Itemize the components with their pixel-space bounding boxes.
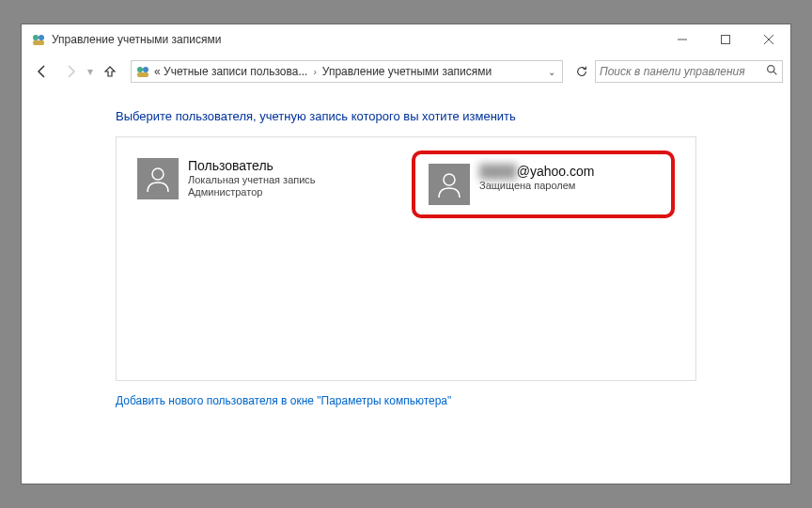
address-dropdown[interactable]: ⌄ [543, 67, 560, 77]
svg-point-10 [768, 66, 774, 72]
svg-rect-9 [137, 72, 148, 77]
up-button[interactable] [97, 58, 123, 85]
breadcrumb-part[interactable]: « Учетные записи пользова... [154, 65, 307, 78]
user-card[interactable]: Пользователь Локальная учетная запись Ад… [130, 151, 393, 207]
svg-point-1 [39, 35, 44, 40]
maximize-button[interactable] [704, 24, 747, 55]
user-card-highlighted[interactable]: ████@yahoo.com Защищена паролем [412, 151, 675, 218]
window-title: Управление учетными записями [52, 33, 661, 46]
back-button[interactable] [29, 58, 55, 85]
forward-button [57, 58, 84, 85]
close-button[interactable] [747, 24, 790, 55]
titlebar: Управление учетными записями [22, 24, 790, 55]
user-role: Администратор [188, 186, 316, 198]
breadcrumb-part[interactable]: Управление учетными записями [322, 65, 492, 78]
user-name: ████@yahoo.com [479, 164, 594, 179]
svg-rect-4 [722, 36, 730, 44]
search-box[interactable] [595, 60, 783, 83]
user-name-domain: @yahoo.com [517, 164, 595, 179]
chevron-right-icon[interactable]: › [313, 67, 316, 77]
window-controls [661, 24, 790, 55]
app-icon [31, 32, 46, 47]
user-info: Пользователь Локальная учетная запись Ад… [188, 158, 316, 199]
avatar [429, 164, 470, 205]
users-icon [135, 64, 150, 79]
svg-point-12 [152, 168, 164, 180]
user-account-type: Локальная учетная запись [188, 174, 316, 185]
svg-line-11 [773, 71, 776, 74]
nav-separator: ▾ [87, 65, 93, 78]
page-title: Выберите пользователя, учетную запись ко… [116, 109, 696, 123]
user-name-hidden: ████ [479, 164, 517, 179]
svg-point-7 [137, 67, 143, 72]
navigation-row: ▾ « Учетные записи пользова... › Управле… [22, 55, 790, 88]
search-icon[interactable] [766, 64, 778, 79]
minimize-button[interactable] [661, 24, 704, 55]
user-list-panel: Пользователь Локальная учетная запись Ад… [116, 136, 696, 381]
add-user-link[interactable]: Добавить нового пользователя в окне "Пар… [116, 394, 451, 407]
svg-rect-2 [33, 40, 44, 45]
refresh-button[interactable] [570, 60, 593, 83]
user-name: Пользователь [188, 158, 316, 173]
svg-point-8 [143, 67, 148, 72]
search-input[interactable] [600, 65, 766, 78]
content-area: Выберите пользователя, учетную запись ко… [22, 88, 790, 484]
svg-point-13 [444, 174, 455, 185]
svg-point-0 [33, 35, 39, 40]
avatar [137, 158, 179, 199]
control-panel-window: Управление учетными записями ▾ [21, 24, 791, 484]
user-password-status: Защищена паролем [479, 180, 594, 191]
user-info: ████@yahoo.com Защищена паролем [479, 164, 594, 205]
address-bar[interactable]: « Учетные записи пользова... › Управлени… [131, 60, 563, 83]
